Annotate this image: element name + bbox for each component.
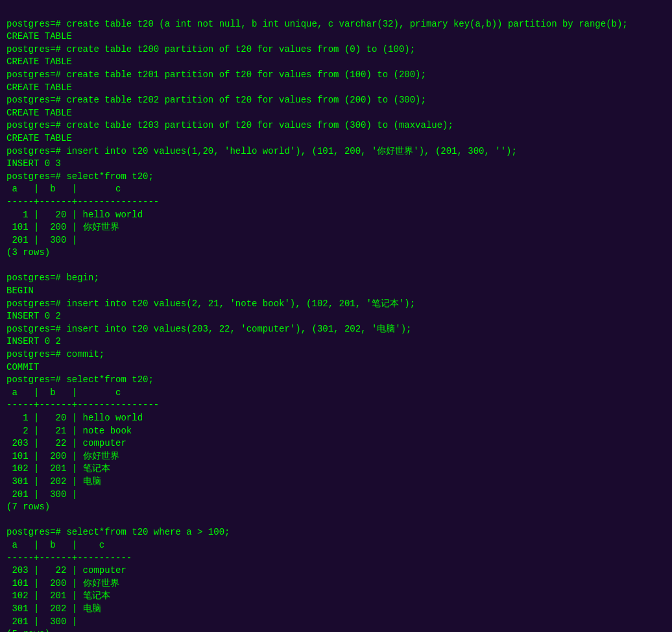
terminal-line: 201 | 300 | (6, 616, 666, 629)
terminal-line: 1 | 20 | hello world (6, 412, 666, 425)
terminal-line: INSERT 0 3 (6, 158, 666, 171)
terminal-line: COMMIT (6, 361, 666, 374)
terminal-line: 101 | 200 | 你好世界 (6, 450, 666, 463)
terminal-line: INSERT 0 2 (6, 310, 666, 323)
terminal-line (6, 260, 666, 273)
terminal-line: (3 rows) (6, 247, 666, 260)
terminal-line: 203 | 22 | computer (6, 437, 666, 450)
terminal-line: postgres=# begin; (6, 272, 666, 285)
terminal-line: postgres=# create table t200 partition o… (6, 43, 666, 56)
terminal-line: CREATE TABLE (6, 107, 666, 120)
terminal-line: CREATE TABLE (6, 30, 666, 43)
terminal-line: postgres=# create table t203 partition o… (6, 119, 666, 132)
terminal-line: a | b | c (6, 539, 666, 552)
terminal-line: CREATE TABLE (6, 56, 666, 69)
terminal-line: a | b | c (6, 387, 666, 400)
terminal-line: INSERT 0 2 (6, 335, 666, 348)
terminal-line: postgres=# select*from t20 where a > 100… (6, 526, 666, 539)
terminal-line: postgres=# select*from t20; (6, 374, 666, 387)
terminal-line: postgres=# create table t20 (a int not n… (6, 18, 666, 31)
terminal-line: 201 | 300 | (6, 234, 666, 247)
terminal-line: 201 | 300 | (6, 489, 666, 502)
terminal-line: 301 | 202 | 电脑 (6, 476, 666, 489)
terminal-line: postgres=# insert into t20 values(2, 21,… (6, 298, 666, 311)
terminal-line: CREATE TABLE (6, 132, 666, 145)
terminal-line: (5 rows) (6, 628, 666, 632)
terminal-line: 301 | 202 | 电脑 (6, 603, 666, 616)
terminal-line: BEGIN (6, 285, 666, 298)
terminal-line: 1 | 20 | hello world (6, 209, 666, 222)
terminal-line: -----+------+--------------- (6, 399, 666, 412)
terminal-line: 102 | 201 | 笔记本 (6, 590, 666, 603)
terminal-line: 101 | 200 | 你好世界 (6, 221, 666, 234)
terminal-line: 102 | 201 | 笔记本 (6, 463, 666, 476)
terminal-line: postgres=# insert into t20 values(203, 2… (6, 323, 666, 336)
terminal-line (6, 514, 666, 527)
terminal-line: postgres=# select*from t20; (6, 171, 666, 184)
terminal-line: 203 | 22 | computer (6, 565, 666, 577)
terminal-line: postgres=# create table t201 partition o… (6, 69, 666, 82)
terminal-line: 101 | 200 | 你好世界 (6, 577, 666, 590)
terminal-output: postgres=# create table t20 (a int not n… (6, 5, 666, 632)
terminal-line: postgres=# insert into t20 values(1,20, … (6, 145, 666, 158)
terminal-line: postgres=# commit; (6, 348, 666, 361)
terminal-line: -----+------+--------------- (6, 196, 666, 209)
terminal-line: CREATE TABLE (6, 82, 666, 95)
terminal-line: -----+------+---------- (6, 552, 666, 565)
terminal-line: postgres=# create table t202 partition o… (6, 94, 666, 107)
terminal-line: (7 rows) (6, 501, 666, 514)
terminal-line: a | b | c (6, 183, 666, 196)
terminal-line: 2 | 21 | note book (6, 425, 666, 438)
